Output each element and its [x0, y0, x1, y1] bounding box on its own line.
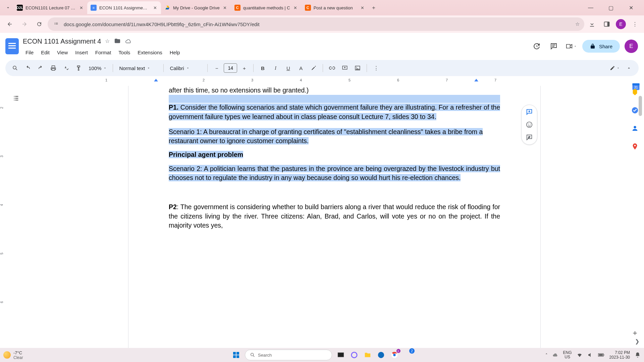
- notification-pill[interactable]: [403, 350, 413, 360]
- docs-favicon: ≡: [91, 5, 97, 11]
- file-explorer-icon[interactable]: [363, 350, 372, 360]
- cloud-status-icon[interactable]: [125, 38, 132, 45]
- undo-button[interactable]: [22, 62, 34, 74]
- contacts-icon[interactable]: [631, 124, 639, 133]
- editing-mode-button[interactable]: [609, 62, 621, 74]
- zoom-select[interactable]: 100%: [86, 65, 109, 71]
- copilot-icon[interactable]: [350, 350, 359, 360]
- italic-button[interactable]: I: [270, 62, 281, 74]
- tab-search-dropdown[interactable]: [3, 2, 13, 13]
- close-icon[interactable]: ✕: [152, 5, 158, 10]
- keep-icon[interactable]: [631, 88, 639, 97]
- outline-toggle-icon[interactable]: [12, 95, 20, 102]
- horizontal-ruler[interactable]: 1 2 3 4 5 6 7 7: [18, 77, 644, 85]
- svg-rect-21: [233, 355, 236, 358]
- tab-chegg1[interactable]: C quantitative methods | C ✕: [231, 1, 302, 14]
- close-window-button[interactable]: ✕: [624, 5, 638, 11]
- redo-button[interactable]: [35, 62, 46, 74]
- weather-widget[interactable]: -7°C Clear: [3, 350, 23, 360]
- battery-icon[interactable]: [598, 353, 605, 357]
- menu-extensions[interactable]: Extensions: [135, 48, 165, 57]
- menu-file[interactable]: File: [23, 48, 36, 57]
- minimize-button[interactable]: ―: [584, 5, 598, 11]
- onedrive-icon[interactable]: [552, 352, 558, 358]
- start-button[interactable]: [231, 350, 241, 360]
- google-account-avatar[interactable]: E: [625, 40, 638, 53]
- indent-marker-right[interactable]: [474, 79, 478, 81]
- emoji-reaction-icon[interactable]: [526, 121, 533, 128]
- close-icon[interactable]: ✕: [222, 5, 228, 10]
- clock[interactable]: 7:02 PM 2023-11-30: [609, 350, 630, 360]
- underline-button[interactable]: U: [282, 62, 294, 74]
- comments-icon[interactable]: [547, 40, 560, 53]
- indent-marker-left[interactable]: [154, 79, 158, 81]
- edge-icon[interactable]: [376, 350, 386, 360]
- downloads-icon[interactable]: [586, 18, 598, 30]
- wifi-icon[interactable]: [577, 352, 583, 358]
- insert-link-button[interactable]: [326, 62, 338, 74]
- menu-help[interactable]: Help: [167, 48, 183, 57]
- menu-insert[interactable]: Insert: [72, 48, 91, 57]
- meet-icon[interactable]: [565, 40, 578, 53]
- print-button[interactable]: [48, 62, 59, 74]
- document-page[interactable]: after this time, so no extensions will b…: [128, 86, 541, 348]
- chrome-menu-icon[interactable]: ⋮: [629, 18, 641, 30]
- increase-font-button[interactable]: +: [238, 62, 250, 74]
- taskbar-search[interactable]: Search: [245, 350, 332, 360]
- profile-avatar[interactable]: E: [616, 19, 626, 29]
- notifications-icon[interactable]: [635, 352, 641, 358]
- share-button[interactable]: Share: [582, 40, 620, 53]
- decrease-font-button[interactable]: −: [211, 62, 222, 74]
- volume-icon[interactable]: [587, 352, 593, 358]
- collapse-toolbar-button[interactable]: [623, 62, 635, 74]
- new-tab-button[interactable]: ＋: [369, 3, 379, 13]
- more-toolbar-button[interactable]: ⋮: [370, 62, 382, 74]
- get-addons-icon[interactable]: ＋: [631, 328, 639, 338]
- font-select[interactable]: Calibri: [167, 65, 204, 71]
- insert-image-button[interactable]: [352, 62, 363, 74]
- chrome-icon[interactable]: E: [390, 350, 399, 360]
- close-icon[interactable]: ✕: [293, 5, 298, 10]
- maximize-button[interactable]: ▢: [604, 5, 618, 11]
- tasks-icon[interactable]: [631, 106, 639, 115]
- close-icon[interactable]: ✕: [78, 5, 84, 10]
- bookmark-star-icon[interactable]: ☆: [575, 21, 580, 27]
- suggest-edits-icon[interactable]: [526, 134, 533, 141]
- move-icon[interactable]: [114, 38, 120, 45]
- paint-format-button[interactable]: [73, 62, 85, 74]
- add-comment-button[interactable]: [339, 62, 351, 74]
- menu-view[interactable]: View: [54, 48, 70, 57]
- docs-logo-icon[interactable]: [5, 38, 19, 54]
- tab-chegg2[interactable]: C Post a new question ✕: [302, 1, 369, 14]
- forward-button[interactable]: [18, 18, 31, 31]
- menu-tools[interactable]: Tools: [116, 48, 133, 57]
- history-icon[interactable]: [530, 40, 543, 53]
- spellcheck-button[interactable]: [60, 62, 72, 74]
- vertical-ruler[interactable]: 2 3 4 5 6: [0, 86, 7, 348]
- bold-button[interactable]: B: [257, 62, 268, 74]
- site-info-icon[interactable]: [52, 20, 60, 28]
- maps-icon[interactable]: [631, 142, 639, 151]
- tab-docs-active[interactable]: ≡ ECON 1101 Assignment 4 ✕: [87, 1, 161, 14]
- svg-rect-32: [603, 354, 604, 355]
- star-icon[interactable]: ☆: [105, 38, 110, 45]
- back-button[interactable]: [3, 18, 16, 31]
- reload-button[interactable]: [33, 18, 46, 31]
- menu-format[interactable]: Format: [93, 48, 114, 57]
- paragraph-style-select[interactable]: Normal text: [116, 65, 160, 71]
- language-indicator[interactable]: ENG US: [563, 351, 572, 359]
- font-size-input[interactable]: 14: [224, 63, 237, 73]
- highlight-button[interactable]: [308, 62, 319, 74]
- text-color-button[interactable]: A: [295, 62, 307, 74]
- close-icon[interactable]: ✕: [360, 5, 365, 10]
- tab-drive[interactable]: My Drive - Google Drive ✕: [161, 1, 231, 14]
- tab-d2l[interactable]: D2L ECON1101 Lecture 07 - A ✕: [13, 1, 87, 14]
- task-view-icon[interactable]: [336, 350, 345, 360]
- search-menus-icon[interactable]: [9, 62, 21, 74]
- document-title[interactable]: ECON 1101 Assignment 4: [23, 38, 101, 45]
- menu-edit[interactable]: Edit: [38, 48, 52, 57]
- tray-chevron-icon[interactable]: ˄: [545, 353, 548, 358]
- add-comment-icon[interactable]: [526, 108, 533, 116]
- sidepanel-icon[interactable]: [601, 18, 612, 30]
- url-field[interactable]: docs.google.com/document/d/1Lnwx4K70H9LI…: [48, 17, 584, 31]
